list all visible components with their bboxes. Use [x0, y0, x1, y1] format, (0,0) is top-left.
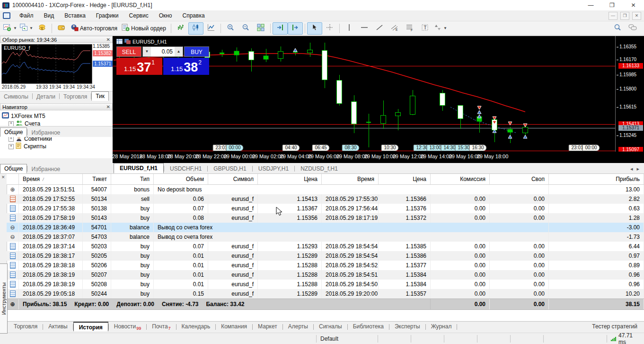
accounts-button[interactable]: $	[35, 22, 50, 35]
chart-tab-USDCHF,H1[interactable]: USDCHF,H1	[164, 164, 207, 173]
expand-icon[interactable]: +	[9, 121, 14, 127]
market-watch-tab-Тик[interactable]: Тик	[91, 91, 109, 101]
table-header-cell-Объем[interactable]: Объем	[154, 174, 208, 184]
horizontal-line-button[interactable]	[357, 22, 372, 35]
menu-item-Вставка[interactable]: Вставка	[59, 11, 91, 20]
chat-button[interactable]	[625, 22, 640, 35]
chart-minimize-button[interactable]: —	[609, 12, 618, 20]
menu-item-Вид[interactable]: Вид	[39, 11, 60, 20]
cursor-button[interactable]	[307, 22, 322, 35]
equidistant-channel-button[interactable]: E	[387, 22, 402, 35]
expand-icon[interactable]: +	[9, 136, 14, 142]
profile-label[interactable]: Default	[316, 335, 378, 343]
table-header-cell-Время[interactable]: Время	[322, 174, 379, 184]
table-header-cell-Комиссия[interactable]: Комиссия	[431, 174, 490, 184]
restore-button[interactable]: ❐	[601, 0, 623, 10]
candle-chart-button[interactable]	[188, 22, 203, 35]
crosshair-button[interactable]	[322, 22, 337, 35]
volume-input[interactable]: 0.05	[151, 47, 175, 56]
bottom-tab-Торговля[interactable]: Торговля	[9, 322, 43, 331]
trend-line-button[interactable]	[372, 22, 387, 35]
chart-close-button[interactable]: ✕	[632, 12, 641, 20]
menu-item-Справка[interactable]: Справка	[177, 11, 210, 20]
zoom-in-button[interactable]	[223, 22, 238, 35]
table-header-cell-Прибыль[interactable]: Прибыль	[549, 174, 644, 184]
menu-item-Графики[interactable]: Графики	[91, 11, 124, 20]
bottom-tab-Активы[interactable]: Активы	[43, 322, 73, 331]
bottom-tab-Эксперты[interactable]: Эксперты	[389, 322, 425, 331]
depth-of-market-icon[interactable]	[124, 39, 131, 45]
navigator-close-icon[interactable]: ✕	[106, 105, 110, 109]
bottom-tab-История[interactable]: История	[73, 322, 108, 331]
volume-down-button[interactable]: ▼	[143, 47, 151, 56]
auto-scroll-button[interactable]	[288, 22, 303, 35]
table-row-50206[interactable]: 2018.05.29 18:38:1850206buy0.01eurusd_f1…	[7, 261, 644, 270]
auto-trading-button[interactable]: Авто-торговля	[69, 22, 120, 35]
table-row-50244[interactable]: 2018.05.29 19:05:1850244buy0.15eurusd_f1…	[7, 289, 644, 299]
table-header-cell-Тикет[interactable]: Тикет	[83, 174, 111, 184]
navigator-bottom-tab-Избранное[interactable]: Избранное	[27, 165, 64, 173]
buy-price[interactable]: 1.15 38 2	[163, 58, 209, 75]
new-chart-button[interactable]: ▼	[2, 22, 18, 35]
table-header-cell-icon[interactable]	[7, 174, 19, 184]
table-row-54701[interactable]: ⊖2018.05.29 18:36:4954701balanceВывод со…	[7, 223, 644, 232]
vertical-line-button[interactable]	[342, 22, 357, 35]
volume-up-button[interactable]: ▲	[175, 47, 183, 56]
bottom-tab-Алерты[interactable]: Алерты	[283, 322, 313, 331]
search-button[interactable]	[610, 22, 625, 35]
strategy-tester-tab[interactable]: Тестер стратегий	[585, 322, 644, 331]
text-tool-button[interactable]: T	[417, 22, 432, 35]
wallet-button[interactable]	[54, 22, 69, 35]
bottom-tab-Маркет[interactable]: Маркет	[253, 322, 282, 331]
market-watch-tab-Торговля[interactable]: Торговля	[60, 92, 91, 101]
table-row-54703[interactable]: ⊖2018.05.29 18:37:0754703balanceВывод со…	[7, 232, 644, 242]
bottom-tab-Компания[interactable]: Компания	[216, 322, 252, 331]
bottom-tab-Библиотека[interactable]: Библиотека	[348, 322, 389, 331]
scroll-right-icon[interactable]: ▸	[636, 166, 639, 172]
toolbox-vertical-tab[interactable]: Инструменты	[0, 263, 8, 334]
menu-item-Файл[interactable]: Файл	[14, 11, 39, 20]
market-watch-close-icon[interactable]: ✕	[106, 37, 110, 42]
table-header-cell-Время[interactable]: Время/	[19, 174, 83, 184]
toolbox-close-icon[interactable]: ✕	[1, 175, 5, 180]
table-header-cell-Цена[interactable]: Цена	[379, 174, 431, 184]
navigator-root[interactable]: 1XForex MT5	[2, 112, 113, 120]
expand-icon[interactable]: +	[9, 144, 14, 149]
table-row-50205[interactable]: 2018.05.29 18:38:1750205buy0.01eurusd_f1…	[7, 251, 644, 261]
navigator-tab-Избранное[interactable]: Избранное	[27, 128, 64, 137]
fibonacci-button[interactable]: F	[402, 22, 417, 35]
menu-item-Сервис[interactable]: Сервис	[124, 11, 154, 20]
market-watch-tab-Символы[interactable]: Символы	[0, 92, 32, 101]
chart-tab-NZDUSD_f,H1[interactable]: NZDUSD_f,H1	[295, 164, 344, 173]
bars-chart-button[interactable]	[173, 22, 188, 35]
shift-end-button[interactable]	[273, 22, 288, 35]
bottom-tab-Почта[interactable]: Почта7	[147, 322, 176, 331]
chart-tab-USDJPY,H1[interactable]: USDJPY,H1	[253, 164, 294, 173]
table-row-50134[interactable]: 2018.05.29 17:52:5550134sell0.06eurusd_f…	[7, 194, 644, 204]
shapes-button[interactable]: ▼	[432, 22, 449, 35]
trade-panel-grid-icon[interactable]	[116, 39, 123, 45]
table-header-cell-Тип[interactable]: Тип	[111, 174, 154, 184]
bottom-tab-Календарь[interactable]: Календарь	[176, 322, 216, 331]
minimize-button[interactable]: —	[580, 0, 601, 10]
buy-button[interactable]: BUY	[184, 46, 209, 57]
summary-plus-icon[interactable]: ⊕	[7, 299, 19, 309]
profiles-button[interactable]: ▼	[18, 22, 35, 35]
connection-status[interactable]: 47.71 ms	[607, 335, 644, 343]
tick-chart[interactable]: EURUSD_f	[1, 44, 92, 84]
bottom-tab-Журнал[interactable]: Журнал	[426, 322, 457, 331]
table-row-50143[interactable]: 2018.05.29 17:58:1950143buy0.08eurusd_f1…	[7, 213, 644, 223]
scroll-left-icon[interactable]: ◂	[630, 166, 633, 172]
table-row-50203[interactable]: 2018.05.29 18:37:1450203buy0.07eurusd_f1…	[7, 242, 644, 251]
table-row-50207[interactable]: 2018.05.29 18:38:1950207buy0.01eurusd_f1…	[7, 270, 644, 280]
tile-windows-button[interactable]	[253, 22, 268, 35]
menu-item-Окно[interactable]: Окно	[154, 11, 177, 20]
table-row-54007[interactable]: ⊕2018.05.29 13:51:5154007bonusNo deposit…	[7, 185, 644, 194]
table-header-cell-Своп[interactable]: Своп	[490, 174, 549, 184]
sell-button[interactable]: SELL	[116, 46, 141, 57]
chart-area[interactable]: 1.163551.161701.159851.158001.156151.152…	[113, 36, 644, 163]
chart-tab-GBPUSD,H1[interactable]: GBPUSD,H1	[208, 164, 252, 173]
sell-price[interactable]: 1.15 37 1	[116, 58, 162, 75]
bottom-tab-Сигналы[interactable]: Сигналы	[314, 322, 347, 331]
table-row-50208[interactable]: 2018.05.29 18:38:1950208buy0.01eurusd_f1…	[7, 280, 644, 289]
